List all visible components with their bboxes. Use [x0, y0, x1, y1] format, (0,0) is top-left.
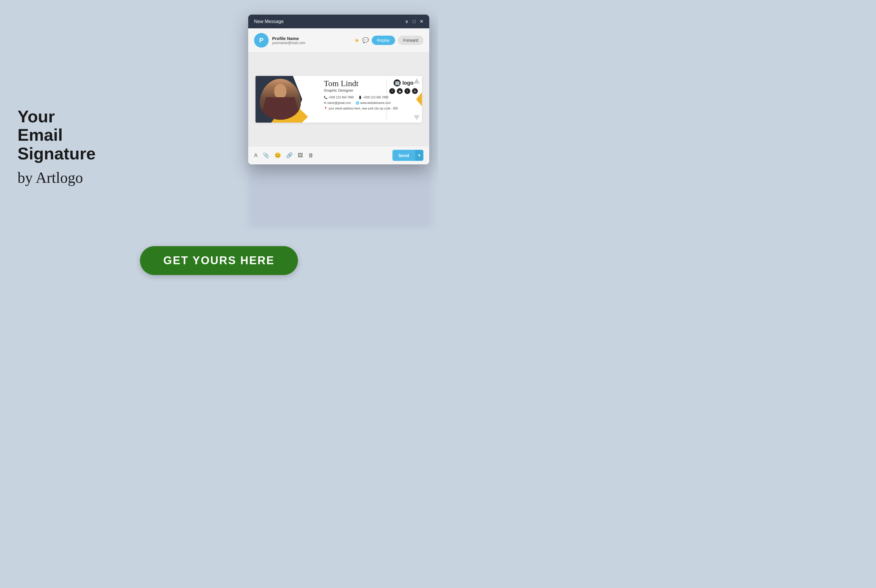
- sig-divider: [387, 79, 387, 120]
- instagram-icon: ◉: [397, 88, 403, 94]
- address-icon: 📍: [324, 106, 327, 111]
- font-icon[interactable]: A: [254, 152, 258, 159]
- email-toolbar: A 📎 😊 🔗 🖼 🗑 Send ▾: [248, 146, 429, 164]
- website-item: 🌐 www.websitename.com: [356, 100, 391, 105]
- sig-logo-area: 🏢 logo f ◉ t in: [389, 80, 418, 94]
- maximize-button[interactable]: □: [412, 19, 416, 24]
- send-group: Send ▾: [393, 150, 423, 161]
- profile-name: Profile Name: [272, 36, 305, 41]
- emoji-icon[interactable]: 😊: [274, 152, 281, 159]
- window-titlebar: New Message ∨ □ ✕: [248, 15, 429, 28]
- person-silhouette: [260, 79, 301, 120]
- contact-row-address: 📍 your street address here, new york cit…: [324, 106, 418, 111]
- signature-right: Tom Lindt Graphic Designer 📞 +000 123 45…: [320, 76, 422, 123]
- toolbar-icons: A 📎 😊 🔗 🖼 🗑: [254, 152, 314, 159]
- forward-button[interactable]: Forward: [398, 36, 423, 45]
- artlogo-subtitle: by Artlogo: [18, 169, 140, 187]
- profile-area: P Profile Name yourname@mail.com: [254, 33, 305, 48]
- close-button[interactable]: ✕: [420, 19, 423, 24]
- phone2-item: 📱 +000 123 456 7890: [358, 95, 388, 100]
- contact-row-phones: 📞 +000 123 456 7890 📱 +000 123 456 7890: [324, 95, 418, 100]
- email-text: name@gmail.com: [327, 100, 351, 105]
- logo-label: logo: [402, 80, 414, 86]
- phone2-text: +000 123 456 7890: [363, 95, 388, 100]
- email-icon: ✉: [324, 100, 326, 105]
- email-body: Tom Lindt Graphic Designer 📞 +000 123 45…: [248, 52, 429, 146]
- linkedin-icon: in: [412, 88, 418, 94]
- cta-button[interactable]: GET YOURS HERE: [140, 246, 298, 275]
- image-icon[interactable]: 🖼: [298, 152, 303, 159]
- social-icons: f ◉ t in: [389, 88, 418, 94]
- left-section: Your Email Signature by Artlogo: [18, 107, 140, 187]
- signature-card: Tom Lindt Graphic Designer 📞 +000 123 45…: [255, 76, 422, 123]
- email-window: New Message ∨ □ ✕ P Profile Name yournam…: [248, 15, 429, 164]
- logo-text: 🏢 logo: [394, 80, 414, 86]
- title-line1: Your: [18, 107, 55, 126]
- contact-row-email-web: ✉ name@gmail.com 🌐 www.websitename.com: [324, 100, 418, 105]
- send-button[interactable]: Send: [393, 150, 415, 161]
- logo-icon: 🏢: [394, 80, 400, 86]
- website-text: www.websitename.com: [360, 100, 391, 105]
- phone2-icon: 📱: [358, 95, 362, 100]
- profile-email: yourname@mail.com: [272, 41, 305, 45]
- signature-photo: [260, 79, 301, 120]
- attachment-icon[interactable]: 📎: [263, 152, 269, 159]
- phone1-icon: 📞: [324, 95, 327, 100]
- main-title: Your Email Signature: [18, 107, 140, 163]
- title-line2: Email Signature: [18, 125, 96, 163]
- send-dropdown-button[interactable]: ▾: [415, 150, 423, 161]
- link-icon[interactable]: 🔗: [286, 152, 292, 159]
- trash-icon[interactable]: 🗑: [308, 152, 314, 159]
- star-icon: ★: [354, 37, 360, 44]
- window-title: New Message: [254, 19, 284, 24]
- website-icon: 🌐: [356, 100, 359, 105]
- phone1-item: 📞 +000 123 456 7890: [324, 95, 354, 100]
- email-actions: ★ 💬 Replay Forward: [354, 36, 423, 45]
- email-header: P Profile Name yourname@mail.com ★ 💬 Rep…: [248, 28, 429, 52]
- profile-avatar: P: [254, 33, 268, 48]
- replay-button[interactable]: Replay: [372, 36, 395, 45]
- facebook-icon: f: [389, 88, 395, 94]
- chat-icon: 💬: [362, 37, 369, 44]
- signature-contact: 📞 +000 123 456 7890 📱 +000 123 456 7890 …: [324, 95, 418, 111]
- profile-info: Profile Name yourname@mail.com: [272, 36, 305, 45]
- address-text: your street address here, new york city …: [328, 106, 398, 111]
- twitter-icon: t: [404, 88, 410, 94]
- phone1-text: +000 123 456 7890: [328, 95, 354, 100]
- signature-left: [255, 76, 320, 123]
- minimize-button[interactable]: ∨: [405, 19, 408, 24]
- window-controls: ∨ □ ✕: [405, 19, 423, 24]
- email-item: ✉ name@gmail.com: [324, 100, 351, 105]
